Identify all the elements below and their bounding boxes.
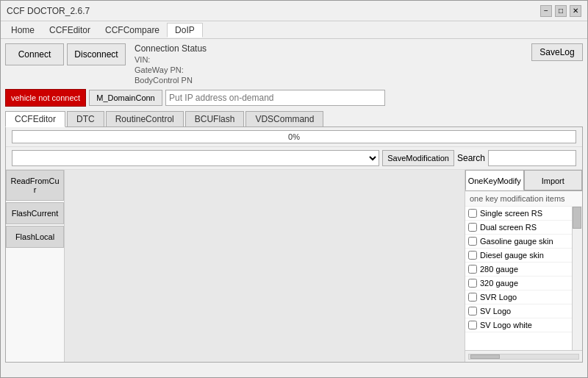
content-area: 0% SaveModification Search ReadFromCur F… xyxy=(5,127,583,363)
list-item[interactable]: SVR Logo xyxy=(465,290,572,304)
list-item-checkbox[interactable] xyxy=(468,307,477,315)
tabs-row: CCFEditor DTC RoutineControl BCUFlash VD… xyxy=(5,111,583,127)
left-panel: ReadFromCur FlashCurrent FlashLocal xyxy=(6,170,65,362)
menu-ccfeditor[interactable]: CCFEditor xyxy=(42,24,98,37)
list-item-label: Gasoline gauge skin xyxy=(480,237,553,246)
list-item-checkbox[interactable] xyxy=(468,209,477,218)
list-item-checkbox[interactable] xyxy=(468,251,477,260)
connection-row: Connect Disconnect Connection Status VIN… xyxy=(5,43,583,107)
connection-status-label: Connection Status xyxy=(135,43,385,54)
list-item[interactable]: 280 gauge xyxy=(465,263,572,277)
rp-scrollbar[interactable] xyxy=(572,207,582,350)
flash-current-button[interactable]: FlashCurrent xyxy=(6,202,64,224)
menu-ccfcompare[interactable]: CCFCompare xyxy=(98,24,167,37)
list-item[interactable]: Single screen RS xyxy=(465,207,572,221)
search-input[interactable] xyxy=(488,150,576,166)
center-panel xyxy=(65,170,465,362)
body-control-label: BodyControl PN xyxy=(135,76,385,85)
list-item-checkbox[interactable] xyxy=(468,321,477,329)
rp-scroll-thumb[interactable] xyxy=(573,207,581,229)
right-panel-tabs: OneKeyModify Import xyxy=(465,170,582,191)
list-item-label: SV Logo white xyxy=(480,321,532,329)
list-item[interactable]: Gasoline gauge skin xyxy=(465,235,572,249)
search-label: Search xyxy=(457,153,485,163)
tab-vdscommand[interactable]: VDSCommand xyxy=(245,111,323,126)
list-item-checkbox[interactable] xyxy=(468,279,477,288)
list-item[interactable]: 320 gauge xyxy=(465,277,572,290)
maximize-button[interactable]: □ xyxy=(555,5,567,17)
right-section: SaveLog xyxy=(531,43,583,61)
list-item-label: 280 gauge xyxy=(480,265,518,274)
h-scroll-thumb[interactable] xyxy=(470,354,500,359)
conn-left: Connect Disconnect Connection Status VIN… xyxy=(5,43,385,107)
window-controls: − □ ✕ xyxy=(540,5,581,17)
connect-button[interactable]: Connect xyxy=(5,43,64,65)
list-item-checkbox[interactable] xyxy=(468,223,477,232)
ip-address-input[interactable] xyxy=(165,90,385,106)
minimize-button[interactable]: − xyxy=(540,5,552,17)
save-modification-button[interactable]: SaveModification xyxy=(382,150,454,166)
vin-gw-bc: VIN: GateWay PN: BodyControl PN xyxy=(135,55,385,85)
read-from-cur-button[interactable]: ReadFromCur xyxy=(6,170,64,201)
menu-bar: Home CCFEditor CCFCompare DoIP xyxy=(1,21,587,39)
tab-ccfeditor[interactable]: CCFEditor xyxy=(5,111,65,127)
rp-list-header: one key modification items xyxy=(465,191,582,207)
list-item-checkbox[interactable] xyxy=(468,265,477,274)
progress-bar: 0% xyxy=(12,130,576,143)
tab-bcuflash[interactable]: BCUFlash xyxy=(185,111,245,126)
main-area: Connect Disconnect Connection Status VIN… xyxy=(1,39,587,378)
tab-import[interactable]: Import xyxy=(524,170,583,190)
list-item-label: Diesel gauge skin xyxy=(480,251,544,260)
list-item-label: SV Logo xyxy=(480,307,511,315)
progress-label: 0% xyxy=(12,131,576,143)
menu-home[interactable]: Home xyxy=(4,24,42,37)
app-title: CCF DOCTOR_2.6.7 xyxy=(7,6,90,16)
h-scrollbar[interactable] xyxy=(468,354,579,360)
toolbar-row: SaveModification Search xyxy=(6,147,582,170)
tab-routinecontrol[interactable]: RoutineControl xyxy=(106,111,184,126)
flash-local-button[interactable]: FlashLocal xyxy=(6,226,64,248)
ccf-dropdown[interactable] xyxy=(12,150,379,166)
list-item-label: Dual screen RS xyxy=(480,223,537,232)
list-item-checkbox[interactable] xyxy=(468,237,477,246)
save-log-button[interactable]: SaveLog xyxy=(531,43,583,61)
list-item-label: Single screen RS xyxy=(480,209,542,218)
list-item[interactable]: Dual screen RS xyxy=(465,221,572,235)
vin-label: VIN: xyxy=(135,55,385,64)
bottom-scroll xyxy=(465,350,582,362)
list-item-label: SVR Logo xyxy=(480,293,517,302)
rp-list: Single screen RSDual screen RSGasoline g… xyxy=(465,207,572,350)
vehicle-connect-button[interactable]: vehicle not connect xyxy=(5,89,86,107)
close-button[interactable]: ✕ xyxy=(570,5,581,17)
list-item[interactable]: Diesel gauge skin xyxy=(465,249,572,263)
list-item[interactable]: SV Logo xyxy=(465,304,572,318)
list-item-label: 320 gauge xyxy=(480,279,518,288)
tab-onekeymodify[interactable]: OneKeyModify xyxy=(465,170,524,190)
menu-doip[interactable]: DoIP xyxy=(167,23,203,38)
list-item-checkbox[interactable] xyxy=(468,293,477,302)
title-bar: CCF DOCTOR_2.6.7 − □ ✕ xyxy=(1,1,587,21)
list-item[interactable]: SV Logo white xyxy=(465,318,572,332)
gateway-label: GateWay PN: xyxy=(135,65,385,74)
progress-row: 0% xyxy=(6,127,582,147)
domain-conn-button[interactable]: M_DomainConn xyxy=(89,90,162,106)
disconnect-button[interactable]: Disconnect xyxy=(67,43,126,65)
right-panel: OneKeyModify Import one key modification… xyxy=(465,170,582,362)
tab-dtc[interactable]: DTC xyxy=(67,111,104,126)
two-panel: ReadFromCur FlashCurrent FlashLocal OneK… xyxy=(6,170,582,362)
